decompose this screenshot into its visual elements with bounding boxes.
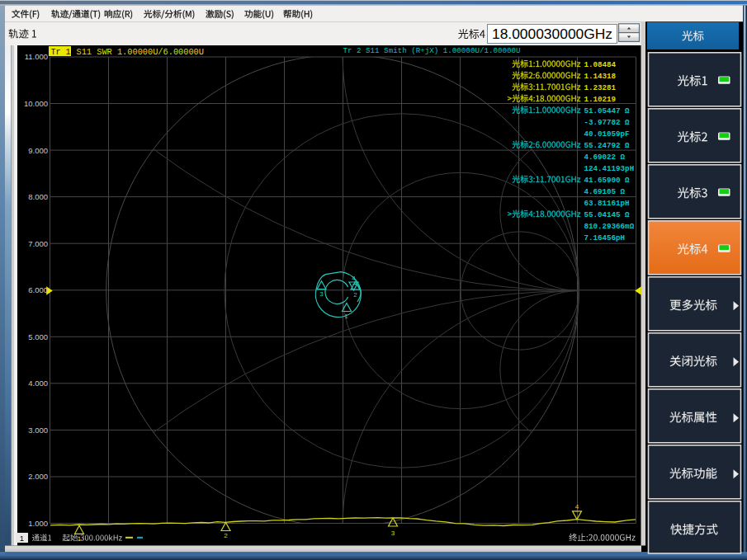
- svg-text:1: 1: [20, 534, 24, 543]
- svg-text:10.000: 10.000: [24, 99, 48, 108]
- svg-text:810.29366mΩ: 810.29366mΩ: [584, 222, 635, 231]
- svg-text:3: 3: [319, 290, 324, 298]
- svg-text:124.41193pH: 124.41193pH: [584, 164, 635, 173]
- svg-text:1: 1: [78, 535, 82, 543]
- svg-text:51.05447 Ω: 51.05447 Ω: [584, 106, 631, 115]
- svg-text:8.000: 8.000: [28, 192, 48, 201]
- svg-text:3.000: 3.000: [28, 426, 48, 435]
- svg-text:3: 3: [391, 529, 395, 537]
- svg-text:1.14318: 1.14318: [584, 72, 617, 81]
- svg-text:2: 2: [353, 291, 357, 299]
- svg-text:4.69022 Ω: 4.69022 Ω: [584, 153, 626, 162]
- svg-text:63.81161pH: 63.81161pH: [584, 199, 630, 208]
- svg-text:Tr 2 S11 Smith (R+jX) 1.00000U: Tr 2 S11 Smith (R+jX) 1.00000U/1.00000U: [343, 46, 521, 55]
- svg-text:2: 2: [224, 532, 228, 539]
- svg-text:4.69105 Ω: 4.69105 Ω: [584, 187, 626, 196]
- svg-text:1.10219: 1.10219: [584, 95, 617, 104]
- svg-text:4.000: 4.000: [28, 379, 48, 388]
- svg-text:40.01059pF: 40.01059pF: [584, 129, 630, 139]
- svg-text:1.23281: 1.23281: [584, 83, 617, 92]
- svg-text:-3.97782 Ω: -3.97782 Ω: [584, 118, 631, 127]
- svg-text:7.000: 7.000: [28, 239, 48, 248]
- svg-text:55.04145 Ω: 55.04145 Ω: [584, 210, 631, 219]
- svg-text:7.16456pH: 7.16456pH: [584, 233, 626, 242]
- svg-text:18.000030000GHz: 18.000030000GHz: [492, 26, 612, 42]
- svg-text:1.000: 1.000: [28, 519, 48, 528]
- svg-text:55.24792 Ω: 55.24792 Ω: [584, 141, 631, 150]
- svg-text:41.65900 Ω: 41.65900 Ω: [584, 176, 631, 185]
- svg-text:11.000: 11.000: [25, 52, 48, 61]
- svg-text:4: 4: [352, 275, 356, 282]
- svg-text:S11 SWR 1.00000U/6.00000U: S11 SWR 1.00000U/6.00000U: [77, 47, 204, 57]
- svg-text:Tr 1: Tr 1: [51, 48, 71, 57]
- svg-text:1.08484: 1.08484: [584, 60, 617, 69]
- svg-text:6.000: 6.000: [28, 285, 48, 294]
- svg-text:1: 1: [344, 313, 348, 320]
- svg-text:9.000: 9.000: [28, 146, 48, 155]
- svg-text:4: 4: [575, 503, 579, 511]
- svg-text:5.000: 5.000: [28, 332, 48, 341]
- svg-text:2.000: 2.000: [28, 472, 48, 481]
